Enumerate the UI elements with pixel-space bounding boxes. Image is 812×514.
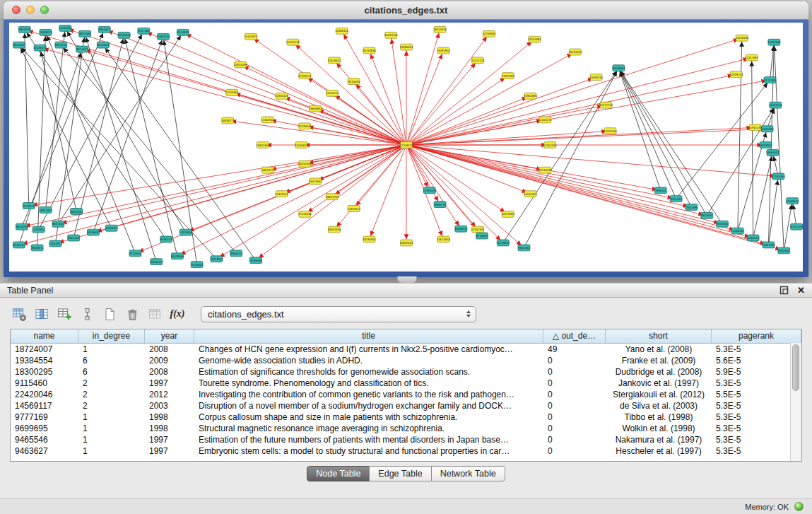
graph-node[interactable]: 10789456 <box>249 257 263 264</box>
delete-icon[interactable] <box>123 305 141 323</box>
table-row[interactable]: 911546021997Tourette syndrome. Phenomeno… <box>11 378 801 389</box>
column-header[interactable]: in_degree <box>78 329 145 343</box>
graph-node[interactable]: 7896541 <box>654 187 666 194</box>
graph-node[interactable]: 10547896 <box>685 204 698 211</box>
graph-node[interactable]: 9415684 <box>348 78 360 85</box>
graph-node[interactable]: 17541836 <box>298 211 312 217</box>
graph-node[interactable]: 12540613 <box>295 142 308 148</box>
graph-node[interactable]: 8712654 <box>129 250 141 257</box>
column-header[interactable]: short <box>606 329 712 343</box>
graph-node[interactable]: 12748503 <box>483 30 496 37</box>
graph-node[interactable]: 13058271 <box>221 117 235 124</box>
graph-node[interactable]: 9965312 <box>98 26 110 33</box>
graph-node[interactable]: 10318274 <box>39 29 52 35</box>
table-row[interactable]: 946362711997Embryonic stem cells: a mode… <box>11 445 801 457</box>
graph-node[interactable]: 11542873 <box>49 240 62 247</box>
graph-node[interactable]: 12103454 <box>772 173 785 180</box>
graph-node[interactable]: 12933541 <box>275 191 288 197</box>
graph-node[interactable]: 17577754 <box>599 102 613 108</box>
column-header[interactable]: pagerank <box>712 329 801 343</box>
graph-node[interactable]: 11087024 <box>400 240 413 246</box>
graph-node[interactable]: 18023764 <box>326 194 339 200</box>
graph-node[interactable]: 15951238 <box>748 124 762 131</box>
graph-node[interactable]: 9745120 <box>791 223 803 230</box>
graph-node[interactable]: 10754823 <box>117 32 131 38</box>
graph-node[interactable]: 9274183 <box>764 77 776 83</box>
close-button[interactable] <box>12 6 20 14</box>
table-row[interactable]: 1830029562008Estimation of significance … <box>11 366 801 378</box>
graph-node[interactable]: 18753083 <box>528 36 541 42</box>
graph-node[interactable]: 11254873 <box>210 256 223 262</box>
edit-table-icon[interactable] <box>55 305 73 323</box>
zoom-button[interactable] <box>40 6 49 14</box>
table-row[interactable]: 946554611997Estimation of the future num… <box>11 434 801 445</box>
graph-node[interactable]: 10543876 <box>97 42 110 48</box>
graph-node[interactable]: 8965412 <box>230 250 242 257</box>
graph-node[interactable]: 9634872 <box>31 245 43 251</box>
graph-node[interactable]: 11631805 <box>760 126 774 132</box>
graph-node[interactable]: 10478569 <box>171 253 184 259</box>
graph-node[interactable]: 18391953 <box>437 47 450 54</box>
table-row[interactable]: 1938455462009Genome-wide association stu… <box>11 355 801 366</box>
graph-node[interactable]: 11316754 <box>326 90 339 96</box>
graph-node[interactable]: 16648894 <box>612 65 625 71</box>
graph-node[interactable]: 15172274 <box>471 57 485 64</box>
import-table-icon[interactable] <box>146 305 164 323</box>
graph-node[interactable]: 10734591 <box>539 167 552 173</box>
graph-node[interactable]: 16194552 <box>569 49 582 55</box>
graph-node[interactable]: 11254739 <box>286 39 300 45</box>
graph-node[interactable]: 16949510 <box>384 32 398 38</box>
citation-network-graph[interactable]: 1724023112162186111632741696209617081983… <box>9 23 803 271</box>
graph-node[interactable]: 9063748 <box>18 26 30 33</box>
graph-node[interactable]: 8912745 <box>55 42 67 48</box>
scrollbar-thumb[interactable] <box>792 344 799 391</box>
graph-node[interactable]: 16251483 <box>298 160 312 167</box>
graph-node[interactable]: 9217465 <box>138 28 150 34</box>
vertical-scrollbar[interactable] <box>790 343 801 461</box>
graph-node[interactable]: 15660842 <box>309 105 322 112</box>
graph-node[interactable]: 11236547 <box>731 228 745 234</box>
graph-node[interactable]: 10841365 <box>256 142 269 148</box>
window-titlebar[interactable]: citations_edges.txt <box>4 1 808 20</box>
graph-node[interactable]: 15910362 <box>767 39 781 45</box>
graph-node[interactable]: 8967452 <box>68 235 80 241</box>
graph-node[interactable]: 10236987 <box>87 229 100 235</box>
new-document-icon[interactable] <box>100 305 119 323</box>
tab-network-table[interactable]: Network Table <box>431 466 505 481</box>
graph-node[interactable]: 10236574 <box>33 45 47 51</box>
graph-node[interactable]: 14058214 <box>589 74 603 81</box>
graph-node[interactable]: 8837104 <box>79 30 91 37</box>
select-columns-icon[interactable] <box>33 305 51 323</box>
graph-node[interactable]: 9087465 <box>52 221 64 227</box>
graph-node[interactable]: 19613076 <box>433 26 447 33</box>
graph-node[interactable]: 9874563 <box>717 221 729 227</box>
graph-node[interactable]: 15124873 <box>245 33 258 40</box>
graph-node[interactable]: 9862371 <box>261 167 273 173</box>
graph-node[interactable]: 11463562 <box>261 117 274 123</box>
graph-node[interactable]: 12979743 <box>730 71 743 78</box>
graph-node[interactable]: 11163274 <box>539 117 552 123</box>
merge-rows-icon[interactable] <box>78 305 96 323</box>
graph-node[interactable]: 17290346 <box>298 123 312 129</box>
graph-node[interactable]: 8796541 <box>13 242 25 248</box>
graph-node[interactable]: 15223416 <box>604 128 617 134</box>
column-header[interactable]: title <box>194 329 543 343</box>
graph-node[interactable]: 9652341 <box>518 245 530 251</box>
graph-node[interactable]: 9854123 <box>151 259 163 265</box>
column-settings-icon[interactable] <box>10 305 28 323</box>
table-row[interactable]: 1872400712008Changes of HCN gene express… <box>11 344 801 355</box>
graph-node[interactable]: 11548108 <box>735 35 748 41</box>
graph-node[interactable]: 11087235 <box>157 33 170 40</box>
graph-node[interactable]: 9123654 <box>191 262 203 268</box>
table-row[interactable]: 977716911998Corpus callosum shape and si… <box>11 411 801 423</box>
graph-node[interactable]: 13160542 <box>786 198 799 204</box>
graph-node[interactable]: 9315420 <box>670 196 682 202</box>
graph-node[interactable]: 9234561 <box>778 247 790 254</box>
graph-node[interactable]: 16041294 <box>328 226 341 233</box>
graph-node[interactable]: 9988776 <box>434 201 446 208</box>
network-view[interactable]: 1724023112162186111632741696209617081983… <box>9 23 803 271</box>
graph-node[interactable]: 17047921 <box>471 226 485 233</box>
graph-node[interactable]: 12014209 <box>234 62 247 68</box>
graph-node[interactable]: 10958321 <box>759 142 772 148</box>
graph-node[interactable]: 9542187 <box>13 42 25 48</box>
